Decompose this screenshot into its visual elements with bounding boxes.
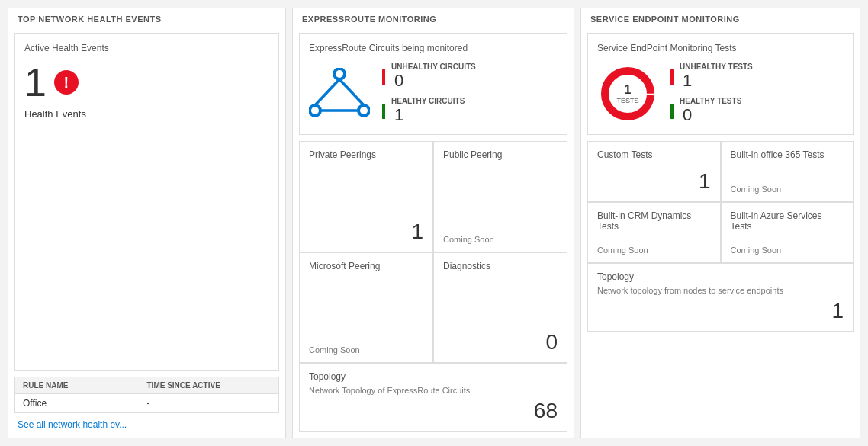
custom-tests-value: 1: [597, 169, 711, 194]
see-all-anchor[interactable]: See all network health ev...: [18, 419, 127, 430]
endpoint-unhealthy-bar: [670, 69, 674, 85]
grid-item-crm[interactable]: Built-in CRM Dynamics Tests Coming Soon: [587, 202, 721, 263]
public-peering-title: Public Peering: [443, 149, 558, 160]
custom-tests-title: Custom Tests: [597, 149, 711, 160]
right-grid: Custom Tests 1 Built-in office 365 Tests…: [587, 141, 854, 263]
azure-services-subtitle: Coming Soon: [731, 245, 844, 255]
svg-point-1: [310, 105, 320, 116]
grid-item-private-peerings[interactable]: Private Peerings 1: [299, 141, 433, 252]
endpoint-unhealthy-stat: Unhealthy Tests 1: [670, 63, 753, 91]
private-peerings-value: 1: [309, 220, 423, 244]
right-topology-value: 1: [597, 299, 844, 323]
grid-item-microsoft-peering[interactable]: Microsoft Peering Coming Soon: [299, 252, 433, 364]
circuit-stats: Unhealthy Circuits 0 Healthy Circuits 1: [382, 63, 476, 125]
grid-item-azure-services[interactable]: Built-in Azure Services Tests Coming Soo…: [721, 202, 854, 263]
endpoint-healthy-label: Healthy Tests: [680, 97, 741, 105]
right-panel: Service Endpoint Monitoring Service EndP…: [580, 8, 860, 438]
endpoint-healthy-bar: [670, 104, 674, 119]
col-time-active: Time Since Active: [147, 381, 272, 390]
unhealthy-stat: Unhealthy Circuits 0: [382, 63, 476, 91]
endpoint-unhealthy-label: Unhealthy Tests: [680, 63, 753, 71]
private-peerings-title: Private Peerings: [309, 149, 423, 160]
service-endpoint-card: Service EndPoint Monitoring Tests 1 TEST…: [587, 33, 854, 135]
diagnostics-value: 0: [443, 330, 558, 355]
diagnostics-title: Diagnostics: [443, 261, 558, 271]
col-rule-name: Rule Name: [23, 381, 147, 390]
endpoint-unhealthy-value: 1: [683, 71, 753, 91]
health-events-subtitle: Active Health Events: [24, 43, 269, 53]
crm-subtitle: Coming Soon: [597, 245, 711, 255]
mid-panel-header: ExpressRoute Monitoring: [293, 8, 574, 27]
donut-total: 1: [616, 83, 638, 97]
left-panel-header: Top Network Health Events: [8, 8, 285, 27]
table-header-row: Rule Name Time Since Active: [14, 377, 279, 393]
unhealthy-value: 0: [394, 71, 476, 91]
grid-item-custom-tests[interactable]: Custom Tests 1: [587, 141, 721, 202]
grid-item-diagnostics[interactable]: Diagnostics 0: [433, 252, 567, 364]
right-topology-subtitle: Network topology from nodes to service e…: [597, 286, 844, 295]
service-subtitle: Service EndPoint Monitoring Tests: [597, 43, 844, 53]
unhealthy-bar: [382, 69, 385, 85]
row-time: -: [147, 398, 272, 409]
svg-line-4: [339, 79, 364, 105]
healthy-stat: Healthy Circuits 1: [382, 97, 476, 125]
row-rule: Office: [23, 398, 147, 409]
unhealthy-label: Unhealthy Circuits: [391, 63, 476, 71]
azure-services-title: Built-in Azure Services Tests: [731, 210, 844, 232]
public-peering-subtitle: Coming Soon: [443, 235, 558, 244]
expressroute-icon: [309, 68, 370, 120]
mid-grid: Private Peerings 1 Public Peering Coming…: [299, 141, 567, 363]
endpoint-stats: Unhealthy Tests 1 Healthy Tests 0: [670, 63, 753, 125]
svg-point-0: [334, 69, 345, 79]
grid-item-public-peering[interactable]: Public Peering Coming Soon: [433, 141, 567, 252]
health-events-card: Active Health Events 1 ! Health Events: [14, 33, 279, 371]
grid-item-office365[interactable]: Built-in office 365 Tests Coming Soon: [721, 141, 854, 202]
table-row: Office -: [14, 393, 279, 413]
healthy-bar: [382, 104, 385, 119]
healthy-value: 1: [394, 105, 465, 125]
right-panel-header: Service Endpoint Monitoring: [581, 8, 860, 27]
health-metric: 1 !: [24, 63, 269, 102]
donut-tests-label: TESTS: [616, 97, 638, 104]
donut-label: 1 TESTS: [616, 83, 638, 104]
right-topology-card[interactable]: Topology Network topology from nodes to …: [587, 263, 854, 332]
mid-panel: ExpressRoute Monitoring ExpressRoute Cir…: [292, 8, 574, 438]
expressroute-subtitle: ExpressRoute Circuits being monitored: [309, 43, 558, 53]
see-all-link[interactable]: See all network health ev...: [18, 419, 276, 430]
donut-chart: 1 TESTS: [597, 63, 658, 124]
health-count: 1: [24, 63, 47, 102]
endpoint-healthy-stat: Healthy Tests 0: [670, 97, 753, 125]
healthy-label: Healthy Circuits: [391, 97, 465, 105]
expressroute-card: ExpressRoute Circuits being monitored: [299, 33, 567, 135]
mid-topology-title: Topology: [309, 371, 558, 382]
error-icon: !: [54, 70, 79, 95]
left-panel: Top Network Health Events Active Health …: [8, 8, 286, 438]
microsoft-peering-title: Microsoft Peering: [309, 261, 423, 271]
donut-section: 1 TESTS Unhealthy Tests 1: [597, 63, 844, 125]
expressroute-content: Unhealthy Circuits 0 Healthy Circuits 1: [309, 63, 558, 125]
health-label: Health Events: [24, 108, 269, 120]
endpoint-healthy-value: 0: [683, 105, 741, 125]
microsoft-peering-subtitle: Coming Soon: [309, 345, 423, 355]
crm-title: Built-in CRM Dynamics Tests: [597, 210, 711, 232]
svg-line-3: [315, 79, 339, 105]
mid-topology-subtitle: Network Topology of ExpressRoute Circuit…: [309, 386, 558, 395]
mid-topology-card[interactable]: Topology Network Topology of ExpressRout…: [299, 363, 567, 432]
health-table: Rule Name Time Since Active Office -: [14, 377, 279, 413]
mid-topology-value: 68: [309, 399, 558, 423]
office365-subtitle: Coming Soon: [731, 184, 844, 194]
right-topology-title: Topology: [597, 271, 844, 282]
office365-title: Built-in office 365 Tests: [731, 149, 844, 160]
svg-point-2: [358, 105, 369, 116]
